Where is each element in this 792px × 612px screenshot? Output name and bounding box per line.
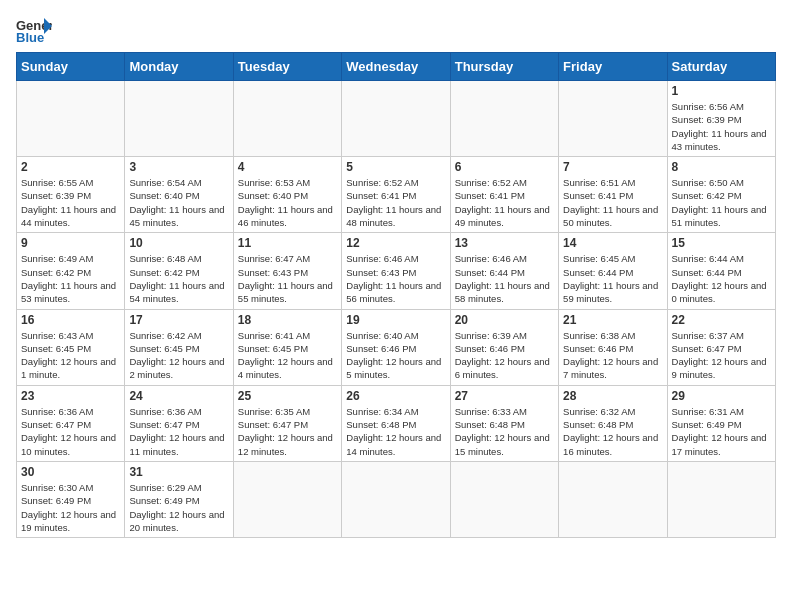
calendar-day-cell: [233, 461, 341, 537]
calendar-day-cell: [125, 81, 233, 157]
calendar-day-cell: 15Sunrise: 6:44 AM Sunset: 6:44 PM Dayli…: [667, 233, 775, 309]
day-info: Sunrise: 6:51 AM Sunset: 6:41 PM Dayligh…: [563, 176, 662, 229]
calendar-day-cell: [233, 81, 341, 157]
day-info: Sunrise: 6:40 AM Sunset: 6:46 PM Dayligh…: [346, 329, 445, 382]
day-info: Sunrise: 6:53 AM Sunset: 6:40 PM Dayligh…: [238, 176, 337, 229]
calendar-day-cell: 24Sunrise: 6:36 AM Sunset: 6:47 PM Dayli…: [125, 385, 233, 461]
day-number: 25: [238, 389, 337, 403]
weekday-header: Monday: [125, 53, 233, 81]
calendar-day-cell: 20Sunrise: 6:39 AM Sunset: 6:46 PM Dayli…: [450, 309, 558, 385]
calendar-day-cell: 6Sunrise: 6:52 AM Sunset: 6:41 PM Daylig…: [450, 157, 558, 233]
calendar-week-row: 9Sunrise: 6:49 AM Sunset: 6:42 PM Daylig…: [17, 233, 776, 309]
day-info: Sunrise: 6:34 AM Sunset: 6:48 PM Dayligh…: [346, 405, 445, 458]
day-info: Sunrise: 6:52 AM Sunset: 6:41 PM Dayligh…: [346, 176, 445, 229]
weekday-header: Friday: [559, 53, 667, 81]
calendar-day-cell: 2Sunrise: 6:55 AM Sunset: 6:39 PM Daylig…: [17, 157, 125, 233]
day-number: 7: [563, 160, 662, 174]
day-number: 27: [455, 389, 554, 403]
svg-text:Blue: Blue: [16, 30, 44, 44]
day-info: Sunrise: 6:39 AM Sunset: 6:46 PM Dayligh…: [455, 329, 554, 382]
day-number: 10: [129, 236, 228, 250]
calendar-day-cell: 19Sunrise: 6:40 AM Sunset: 6:46 PM Dayli…: [342, 309, 450, 385]
weekday-header: Sunday: [17, 53, 125, 81]
day-number: 13: [455, 236, 554, 250]
page-header: General Blue: [16, 16, 776, 44]
day-info: Sunrise: 6:30 AM Sunset: 6:49 PM Dayligh…: [21, 481, 120, 534]
calendar-day-cell: 11Sunrise: 6:47 AM Sunset: 6:43 PM Dayli…: [233, 233, 341, 309]
calendar-week-row: 30Sunrise: 6:30 AM Sunset: 6:49 PM Dayli…: [17, 461, 776, 537]
calendar-day-cell: 12Sunrise: 6:46 AM Sunset: 6:43 PM Dayli…: [342, 233, 450, 309]
day-info: Sunrise: 6:44 AM Sunset: 6:44 PM Dayligh…: [672, 252, 771, 305]
calendar-day-cell: [342, 461, 450, 537]
calendar-day-cell: 1Sunrise: 6:56 AM Sunset: 6:39 PM Daylig…: [667, 81, 775, 157]
day-info: Sunrise: 6:48 AM Sunset: 6:42 PM Dayligh…: [129, 252, 228, 305]
day-info: Sunrise: 6:31 AM Sunset: 6:49 PM Dayligh…: [672, 405, 771, 458]
day-number: 9: [21, 236, 120, 250]
calendar-day-cell: 10Sunrise: 6:48 AM Sunset: 6:42 PM Dayli…: [125, 233, 233, 309]
calendar-day-cell: 13Sunrise: 6:46 AM Sunset: 6:44 PM Dayli…: [450, 233, 558, 309]
day-number: 21: [563, 313, 662, 327]
day-number: 28: [563, 389, 662, 403]
day-number: 12: [346, 236, 445, 250]
calendar-day-cell: 3Sunrise: 6:54 AM Sunset: 6:40 PM Daylig…: [125, 157, 233, 233]
day-number: 2: [21, 160, 120, 174]
day-number: 26: [346, 389, 445, 403]
calendar-day-cell: [17, 81, 125, 157]
day-info: Sunrise: 6:47 AM Sunset: 6:43 PM Dayligh…: [238, 252, 337, 305]
calendar-day-cell: 4Sunrise: 6:53 AM Sunset: 6:40 PM Daylig…: [233, 157, 341, 233]
day-info: Sunrise: 6:43 AM Sunset: 6:45 PM Dayligh…: [21, 329, 120, 382]
day-info: Sunrise: 6:41 AM Sunset: 6:45 PM Dayligh…: [238, 329, 337, 382]
day-number: 22: [672, 313, 771, 327]
calendar-table: SundayMondayTuesdayWednesdayThursdayFrid…: [16, 52, 776, 538]
day-info: Sunrise: 6:46 AM Sunset: 6:43 PM Dayligh…: [346, 252, 445, 305]
day-number: 6: [455, 160, 554, 174]
day-number: 1: [672, 84, 771, 98]
day-number: 11: [238, 236, 337, 250]
day-number: 4: [238, 160, 337, 174]
calendar-week-row: 16Sunrise: 6:43 AM Sunset: 6:45 PM Dayli…: [17, 309, 776, 385]
day-info: Sunrise: 6:42 AM Sunset: 6:45 PM Dayligh…: [129, 329, 228, 382]
day-info: Sunrise: 6:37 AM Sunset: 6:47 PM Dayligh…: [672, 329, 771, 382]
day-info: Sunrise: 6:52 AM Sunset: 6:41 PM Dayligh…: [455, 176, 554, 229]
day-info: Sunrise: 6:50 AM Sunset: 6:42 PM Dayligh…: [672, 176, 771, 229]
calendar-header-row: SundayMondayTuesdayWednesdayThursdayFrid…: [17, 53, 776, 81]
calendar-day-cell: 17Sunrise: 6:42 AM Sunset: 6:45 PM Dayli…: [125, 309, 233, 385]
calendar-day-cell: 16Sunrise: 6:43 AM Sunset: 6:45 PM Dayli…: [17, 309, 125, 385]
day-number: 8: [672, 160, 771, 174]
day-number: 31: [129, 465, 228, 479]
calendar-week-row: 2Sunrise: 6:55 AM Sunset: 6:39 PM Daylig…: [17, 157, 776, 233]
calendar-day-cell: 25Sunrise: 6:35 AM Sunset: 6:47 PM Dayli…: [233, 385, 341, 461]
calendar-day-cell: 14Sunrise: 6:45 AM Sunset: 6:44 PM Dayli…: [559, 233, 667, 309]
day-number: 24: [129, 389, 228, 403]
weekday-header: Saturday: [667, 53, 775, 81]
calendar-day-cell: 27Sunrise: 6:33 AM Sunset: 6:48 PM Dayli…: [450, 385, 558, 461]
calendar-day-cell: [450, 81, 558, 157]
day-number: 20: [455, 313, 554, 327]
day-info: Sunrise: 6:29 AM Sunset: 6:49 PM Dayligh…: [129, 481, 228, 534]
weekday-header: Wednesday: [342, 53, 450, 81]
day-info: Sunrise: 6:46 AM Sunset: 6:44 PM Dayligh…: [455, 252, 554, 305]
day-number: 17: [129, 313, 228, 327]
calendar-day-cell: [559, 461, 667, 537]
calendar-day-cell: 26Sunrise: 6:34 AM Sunset: 6:48 PM Dayli…: [342, 385, 450, 461]
calendar-day-cell: 23Sunrise: 6:36 AM Sunset: 6:47 PM Dayli…: [17, 385, 125, 461]
calendar-day-cell: 21Sunrise: 6:38 AM Sunset: 6:46 PM Dayli…: [559, 309, 667, 385]
day-number: 16: [21, 313, 120, 327]
day-info: Sunrise: 6:32 AM Sunset: 6:48 PM Dayligh…: [563, 405, 662, 458]
calendar-day-cell: 29Sunrise: 6:31 AM Sunset: 6:49 PM Dayli…: [667, 385, 775, 461]
day-info: Sunrise: 6:36 AM Sunset: 6:47 PM Dayligh…: [21, 405, 120, 458]
calendar-week-row: 1Sunrise: 6:56 AM Sunset: 6:39 PM Daylig…: [17, 81, 776, 157]
weekday-header: Thursday: [450, 53, 558, 81]
weekday-header: Tuesday: [233, 53, 341, 81]
day-info: Sunrise: 6:45 AM Sunset: 6:44 PM Dayligh…: [563, 252, 662, 305]
calendar-day-cell: 18Sunrise: 6:41 AM Sunset: 6:45 PM Dayli…: [233, 309, 341, 385]
day-number: 5: [346, 160, 445, 174]
calendar-day-cell: [667, 461, 775, 537]
day-info: Sunrise: 6:54 AM Sunset: 6:40 PM Dayligh…: [129, 176, 228, 229]
day-number: 18: [238, 313, 337, 327]
calendar-day-cell: 8Sunrise: 6:50 AM Sunset: 6:42 PM Daylig…: [667, 157, 775, 233]
day-number: 14: [563, 236, 662, 250]
day-number: 19: [346, 313, 445, 327]
calendar-day-cell: 9Sunrise: 6:49 AM Sunset: 6:42 PM Daylig…: [17, 233, 125, 309]
day-number: 3: [129, 160, 228, 174]
